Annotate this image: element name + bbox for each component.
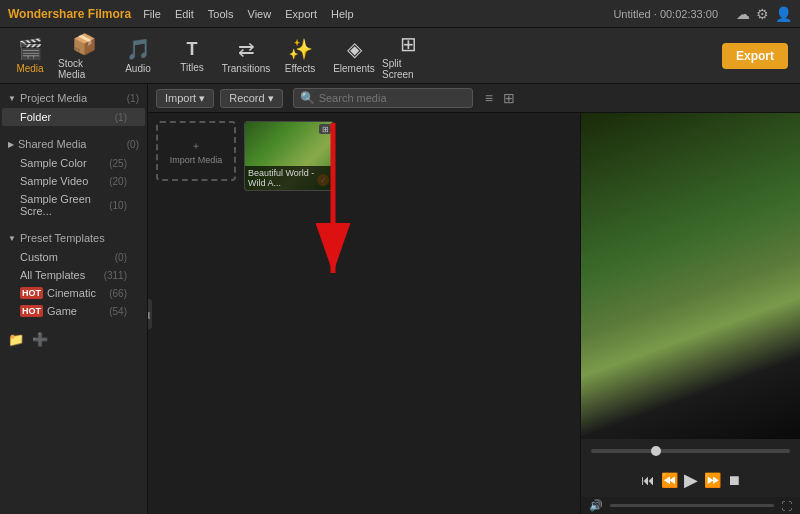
tool-audio-label: Audio: [125, 63, 151, 74]
search-input[interactable]: [319, 92, 466, 104]
sidebar-shared-media-label: Shared Media: [18, 138, 87, 150]
new-folder-icon[interactable]: 📁: [8, 332, 24, 347]
preview-timeline[interactable]: [591, 449, 790, 453]
record-label: Record: [229, 92, 264, 104]
sidebar-item-sample-green[interactable]: Sample Green Scre... (10): [2, 190, 145, 220]
import-dropdown-icon: ▾: [199, 92, 205, 105]
split-screen-icon: ⊞: [400, 32, 417, 56]
menu-file[interactable]: File: [143, 8, 161, 20]
sidebar-sample-color-label: Sample Color: [20, 157, 87, 169]
hot-badge-game: HOT: [20, 305, 43, 317]
tool-effects-label: Effects: [285, 63, 315, 74]
record-dropdown-icon: ▾: [268, 92, 274, 105]
volume-icon[interactable]: 🔊: [589, 499, 603, 512]
sidebar-sample-green-count: (10): [109, 200, 127, 211]
export-button[interactable]: Export: [722, 43, 788, 69]
tool-audio[interactable]: 🎵 Audio: [112, 31, 164, 81]
sidebar-custom-label: Custom: [20, 251, 58, 263]
sidebar-shared-media-header[interactable]: ▶ Shared Media (0): [0, 134, 147, 154]
triangle-icon-shared: ▶: [8, 140, 14, 149]
sidebar-item-cinematic[interactable]: HOT Cinematic (66): [2, 284, 145, 302]
grid-view-icon[interactable]: ⊞: [503, 90, 515, 106]
elements-icon: ◈: [347, 37, 362, 61]
preview-controls: ⏮ ⏪ ▶ ⏩ ⏹: [581, 463, 800, 497]
tool-effects[interactable]: ✨ Effects: [274, 31, 326, 81]
main-toolbar: 🎬 Media 📦 Stock Media 🎵 Audio T Titles ⇄…: [0, 28, 800, 84]
preview-video: [581, 113, 800, 439]
add-item-icon[interactable]: ➕: [32, 332, 48, 347]
collapse-icon: ◀: [148, 309, 150, 320]
sidebar-project-media-header[interactable]: ▼ Project Media (1): [0, 88, 147, 108]
preview-panel: ⏮ ⏪ ▶ ⏩ ⏹ 🔊 ⛶: [580, 113, 800, 514]
preview-playhead: [651, 446, 661, 456]
sidebar-item-folder[interactable]: Folder (1): [2, 108, 145, 126]
import-media-label: Import Media: [170, 155, 223, 165]
search-box[interactable]: 🔍: [293, 88, 473, 108]
tool-stock-media[interactable]: 📦 Stock Media: [58, 31, 110, 81]
menu-export[interactable]: Export: [285, 8, 317, 20]
effects-icon: ✨: [288, 37, 313, 61]
menu-view[interactable]: View: [248, 8, 272, 20]
media-thumbnail[interactable]: ⊞ ✓ Beautiful World - Wild A...: [244, 121, 334, 191]
cloud-icon[interactable]: ☁: [736, 6, 750, 22]
sidebar-all-templates-count: (311): [104, 270, 127, 281]
sidebar-item-sample-video[interactable]: Sample Video (20): [2, 172, 145, 190]
tool-titles[interactable]: T Titles: [166, 31, 218, 81]
preview-volume-row: 🔊 ⛶: [581, 497, 800, 514]
volume-slider[interactable]: [610, 504, 774, 507]
sidebar-section-shared-media: ▶ Shared Media (0) Sample Color (25) Sam…: [0, 130, 147, 224]
stock-media-icon: 📦: [72, 32, 97, 56]
audio-icon: 🎵: [126, 37, 151, 61]
preview-stop-button[interactable]: ⏹: [727, 472, 741, 488]
sidebar-cinematic-label: Cinematic: [47, 287, 96, 299]
import-label: Import: [165, 92, 196, 104]
tool-titles-label: Titles: [180, 62, 204, 73]
tool-transitions[interactable]: ⇄ Transitions: [220, 31, 272, 81]
sidebar-item-sample-color[interactable]: Sample Color (25): [2, 154, 145, 172]
sidebar-all-templates-label: All Templates: [20, 269, 85, 281]
collapse-panel-btn[interactable]: ◀: [148, 299, 152, 329]
sidebar-item-all-templates[interactable]: All Templates (311): [2, 266, 145, 284]
sidebar-game-count: (54): [109, 306, 127, 317]
sidebar-item-game[interactable]: HOT Game (54): [2, 302, 145, 320]
sidebar-item-folder-count: (1): [115, 112, 127, 123]
record-button[interactable]: Record ▾: [220, 89, 282, 108]
preview-frame: [581, 113, 800, 439]
tool-media-label: Media: [16, 63, 43, 74]
tool-split-label: Split Screen: [382, 58, 434, 80]
sidebar-item-folder-label: Folder: [20, 111, 51, 123]
sidebar-game-label: Game: [47, 305, 77, 317]
filter-icon[interactable]: ≡: [485, 90, 493, 106]
sidebar-section-preset-templates: ▼ Preset Templates Custom (0) All Templa…: [0, 224, 147, 324]
preview-play-button[interactable]: ▶: [684, 469, 698, 491]
preview-step-forward-button[interactable]: ⏩: [704, 472, 721, 488]
hot-badge-cinematic: HOT: [20, 287, 43, 299]
app-logo: Wondershare Filmora: [8, 7, 131, 21]
sidebar-shared-media-count: (0): [127, 139, 139, 150]
fullscreen-icon[interactable]: ⛶: [781, 500, 792, 512]
tool-elements[interactable]: ◈ Elements: [328, 31, 380, 81]
import-media-button[interactable]: ＋ Import Media: [156, 121, 236, 181]
menu-edit[interactable]: Edit: [175, 8, 194, 20]
sidebar-sample-green-label: Sample Green Scre...: [20, 193, 109, 217]
preview-scrubber-row: [581, 439, 800, 463]
menu-tools[interactable]: Tools: [208, 8, 234, 20]
sidebar-preset-templates-header[interactable]: ▼ Preset Templates: [0, 228, 147, 248]
media-preview-area: ◀ ＋ Import Media ⊞ ✓ Beautiful World - W…: [148, 113, 800, 514]
preview-step-back-button[interactable]: ⏪: [661, 472, 678, 488]
triangle-icon-preset: ▼: [8, 234, 16, 243]
sidebar-sample-video-count: (20): [109, 176, 127, 187]
preview-rewind-button[interactable]: ⏮: [641, 472, 655, 488]
tool-media[interactable]: 🎬 Media: [4, 31, 56, 81]
import-button[interactable]: Import ▾: [156, 89, 214, 108]
titles-icon: T: [187, 39, 198, 60]
sidebar-project-media-label: Project Media: [20, 92, 87, 104]
sidebar-project-media-count: (1): [127, 93, 139, 104]
sidebar: ▼ Project Media (1) Folder (1) ▶ Shared …: [0, 84, 148, 514]
sidebar-item-custom[interactable]: Custom (0): [2, 248, 145, 266]
account-icon[interactable]: 👤: [775, 6, 792, 22]
menu-help[interactable]: Help: [331, 8, 354, 20]
plus-icon: ＋: [191, 139, 201, 153]
settings-icon[interactable]: ⚙: [756, 6, 769, 22]
tool-split-screen[interactable]: ⊞ Split Screen: [382, 31, 434, 81]
